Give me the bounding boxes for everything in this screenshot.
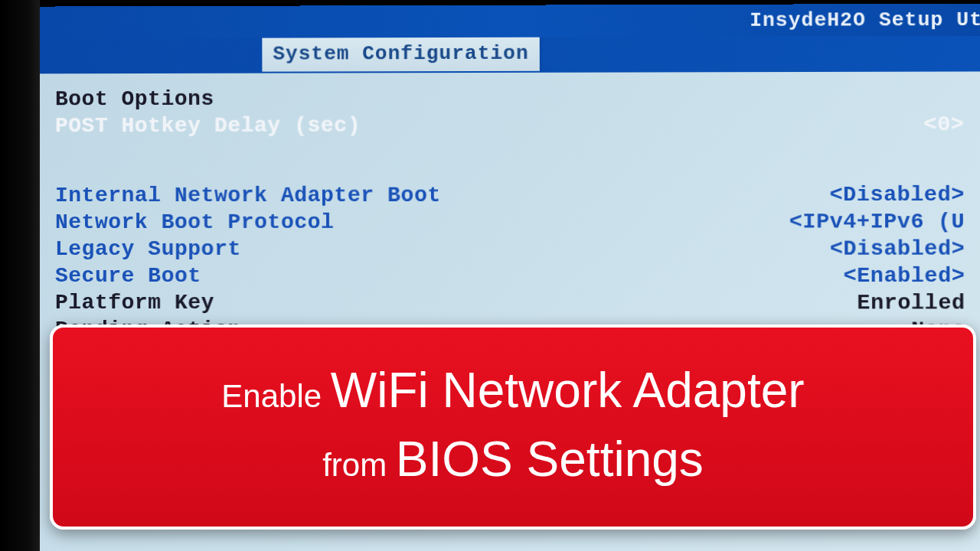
label-secure-boot: Secure Boot xyxy=(55,264,772,288)
banner-big1: WiFi Network Adapter xyxy=(331,363,805,418)
value-legacy-support[interactable]: <Disabled> xyxy=(772,236,975,260)
row-internal-network-adapter-boot[interactable]: Internal Network Adapter Boot <Disabled> xyxy=(55,183,974,207)
row-boot-options: Boot Options xyxy=(55,86,974,112)
value-secure-boot[interactable]: <Enabled> xyxy=(772,264,975,288)
banner-line-2: from BIOS Settings xyxy=(76,429,950,490)
row-post-hotkey-delay[interactable]: POST Hotkey Delay (sec) <0> xyxy=(55,112,974,138)
value-platform-key: Enrolled xyxy=(772,291,975,315)
row-platform-key: Platform Key Enrolled xyxy=(55,291,975,315)
label-platform-key: Platform Key xyxy=(55,291,772,315)
value-network-boot-protocol[interactable]: <IPv4+IPv6 (U xyxy=(771,210,974,233)
monitor-bezel xyxy=(0,0,40,551)
row-legacy-support[interactable]: Legacy Support <Disabled> xyxy=(55,236,975,261)
label-post-hotkey-delay: POST Hotkey Delay (sec) xyxy=(55,112,771,138)
banner-pre1: Enable xyxy=(221,378,330,414)
row-network-boot-protocol[interactable]: Network Boot Protocol <IPv4+IPv6 (U xyxy=(55,210,974,234)
banner-pre2: from xyxy=(322,447,396,483)
bios-utility-title: InsydeH2O Setup Ut xyxy=(750,8,980,32)
label-legacy-support: Legacy Support xyxy=(55,237,772,261)
spacer xyxy=(55,139,974,184)
row-secure-boot[interactable]: Secure Boot <Enabled> xyxy=(55,264,975,288)
value-internal-network-adapter[interactable]: <Disabled> xyxy=(771,183,974,207)
tab-system-configuration[interactable]: System Configuration xyxy=(262,37,542,72)
overlay-banner: Enable WiFi Network Adapter from BIOS Se… xyxy=(50,324,976,530)
banner-big2: BIOS Settings xyxy=(396,432,704,487)
bios-title-bar: InsydeH2O Setup Ut xyxy=(40,4,980,39)
banner-line-1: Enable WiFi Network Adapter xyxy=(76,360,950,421)
bios-tab-bar[interactable]: System Configuration xyxy=(40,36,980,73)
label-boot-options: Boot Options xyxy=(55,86,771,111)
value-boot-options xyxy=(771,97,974,98)
label-network-boot-protocol: Network Boot Protocol xyxy=(55,210,772,234)
label-internal-network-adapter: Internal Network Adapter Boot xyxy=(55,183,771,207)
value-post-hotkey-delay[interactable]: <0> xyxy=(771,112,974,137)
